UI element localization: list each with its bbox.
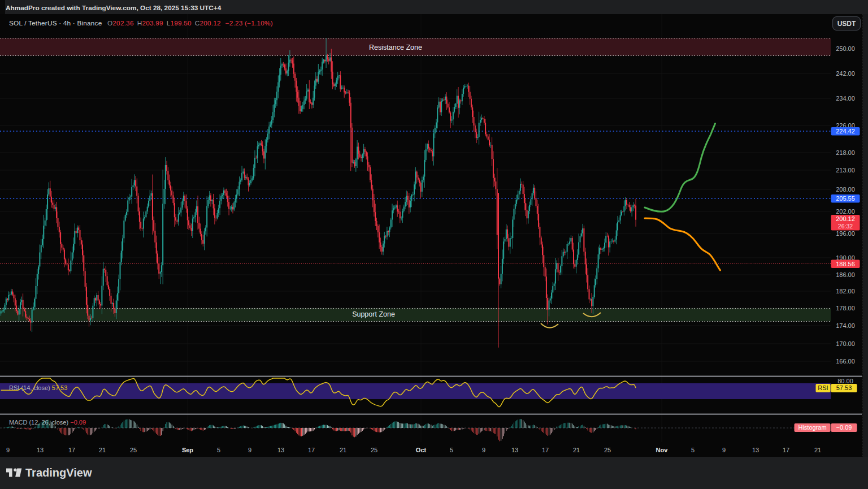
svg-text:25: 25 xyxy=(130,447,137,453)
svg-text:234.00: 234.00 xyxy=(836,95,855,102)
svg-text:Support Zone: Support Zone xyxy=(352,310,395,318)
svg-text:5: 5 xyxy=(217,447,220,453)
svg-text:182.00: 182.00 xyxy=(836,288,855,295)
svg-text:Oct: Oct xyxy=(416,447,427,453)
svg-text:57.53: 57.53 xyxy=(836,384,852,391)
svg-text:17: 17 xyxy=(542,447,549,453)
svg-text:174.00: 174.00 xyxy=(836,322,855,329)
svg-text:5: 5 xyxy=(691,447,695,453)
svg-text:13: 13 xyxy=(511,447,518,453)
svg-text:196.00: 196.00 xyxy=(836,230,855,237)
svg-text:178.00: 178.00 xyxy=(836,305,855,311)
svg-text:166.00: 166.00 xyxy=(836,358,855,365)
svg-text:Histogram: Histogram xyxy=(798,424,826,431)
svg-text:9: 9 xyxy=(248,447,251,453)
svg-text:21: 21 xyxy=(99,447,106,453)
svg-text:−0.09: −0.09 xyxy=(836,424,852,431)
svg-text:17: 17 xyxy=(308,447,315,453)
svg-text:242.00: 242.00 xyxy=(836,70,855,77)
svg-text:188.56: 188.56 xyxy=(836,261,855,267)
svg-text:213.00: 213.00 xyxy=(836,167,855,174)
svg-text:224.42: 224.42 xyxy=(836,128,855,135)
svg-text:80.00: 80.00 xyxy=(837,378,853,384)
svg-text:RSI: RSI xyxy=(818,384,828,391)
svg-text:13: 13 xyxy=(37,447,44,453)
svg-text:26:32: 26:32 xyxy=(838,223,853,230)
svg-text:9: 9 xyxy=(482,447,485,453)
svg-text:9: 9 xyxy=(722,447,726,453)
svg-text:SOL / TetherUS · 4h · Binance: SOL / TetherUS · 4h · Binance O202.36H20… xyxy=(9,19,273,27)
svg-text:205.55: 205.55 xyxy=(836,195,855,202)
svg-text:21: 21 xyxy=(340,447,346,453)
svg-text:218.00: 218.00 xyxy=(836,149,855,156)
svg-text:13: 13 xyxy=(277,447,284,453)
svg-text:21: 21 xyxy=(573,447,580,453)
svg-text:250.00: 250.00 xyxy=(836,45,855,52)
svg-text:Resistance Zone: Resistance Zone xyxy=(369,44,422,51)
svg-text:25: 25 xyxy=(371,447,377,453)
svg-text:170.00: 170.00 xyxy=(836,340,855,347)
svg-text:AhmadPro created with TradingV: AhmadPro created with TradingView.com, O… xyxy=(6,4,222,12)
svg-text:RSI (14, close) 57.53: RSI (14, close) 57.53 xyxy=(9,384,67,391)
svg-text:17: 17 xyxy=(68,447,75,453)
svg-text:202.00: 202.00 xyxy=(836,208,855,215)
svg-text:200.12: 200.12 xyxy=(836,215,855,222)
svg-text:9: 9 xyxy=(6,447,10,453)
svg-text:21: 21 xyxy=(814,447,821,453)
svg-text:TradingView: TradingView xyxy=(25,466,92,479)
svg-text:USDT: USDT xyxy=(837,20,856,28)
svg-text:186.00: 186.00 xyxy=(836,271,855,278)
svg-text:5: 5 xyxy=(450,447,453,453)
svg-text:208.00: 208.00 xyxy=(836,186,855,193)
svg-text:Nov: Nov xyxy=(656,447,669,453)
svg-text:13: 13 xyxy=(752,447,759,453)
svg-text:MACD (12, 26, close) −0.09: MACD (12, 26, close) −0.09 xyxy=(9,419,86,426)
svg-text:25: 25 xyxy=(604,447,611,453)
svg-text:Sep: Sep xyxy=(182,447,193,453)
svg-text:17: 17 xyxy=(783,447,789,453)
